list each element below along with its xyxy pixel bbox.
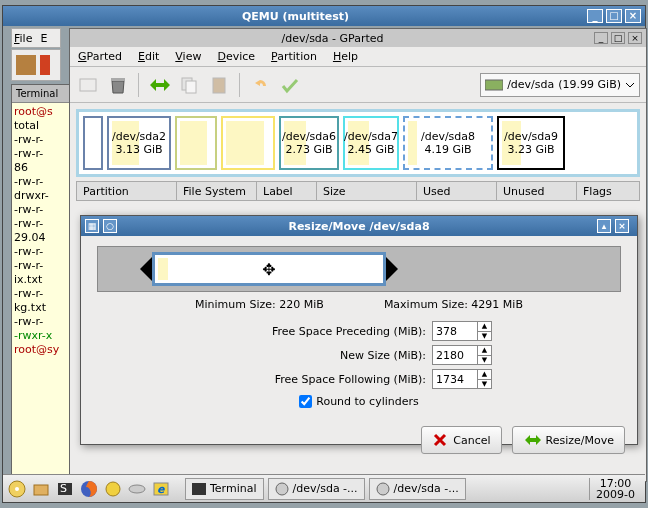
terminal-window: Terminal root@stotal -rw-r--rw-r-86-rw-r…	[11, 84, 71, 479]
col-fs[interactable]: File System	[177, 182, 257, 200]
resize-preview-bar[interactable]: ✥	[97, 246, 621, 292]
newsize-spinner[interactable]: ▲▼	[432, 345, 492, 365]
new-partition-button[interactable]	[76, 73, 100, 97]
cancel-button[interactable]: Cancel	[421, 426, 501, 454]
taskbar-item-label: /dev/sda -...	[394, 482, 459, 495]
col-partition[interactable]: Partition	[77, 182, 177, 200]
preceding-input[interactable]	[433, 322, 477, 340]
col-size[interactable]: Size	[317, 182, 417, 200]
tray-terminal-icon[interactable]: S	[55, 479, 75, 499]
following-up[interactable]: ▲	[478, 370, 491, 380]
menu-edit[interactable]: Edit	[134, 48, 163, 65]
partition-block[interactable]: /dev/sda62.73 GiB	[279, 116, 339, 170]
tray-disc-icon[interactable]	[7, 479, 27, 499]
qemu-window: QEMU (multitest) _ □ × File E Terminal r…	[2, 5, 646, 503]
taskbar-item-gparted-2[interactable]: /dev/sda -...	[369, 478, 466, 500]
taskbar-item-terminal[interactable]: Terminal	[185, 478, 264, 500]
qemu-minimize-button[interactable]: _	[587, 9, 603, 23]
menu-view[interactable]: View	[171, 48, 205, 65]
newsize-down[interactable]: ▼	[478, 356, 491, 365]
following-down[interactable]: ▼	[478, 380, 491, 389]
dialog-menu-button[interactable]: ▦	[85, 219, 99, 233]
gparted-close-button[interactable]: ×	[628, 32, 642, 44]
dialog-shade-button[interactable]: ○	[103, 219, 117, 233]
dialog-buttons: Cancel Resize/Move	[81, 418, 637, 462]
gparted-maximize-button[interactable]: □	[611, 32, 625, 44]
tray-folder-icon[interactable]	[31, 479, 51, 499]
round-label: Round to cylinders	[316, 395, 419, 408]
gparted-icon	[275, 482, 289, 496]
tray-disk-icon[interactable]	[127, 479, 147, 499]
preceding-spinner[interactable]: ▲▼	[432, 321, 492, 341]
tray-e-icon[interactable]: e	[151, 479, 171, 499]
qemu-maximize-button[interactable]: □	[606, 9, 622, 23]
taskbar-item-gparted-1[interactable]: /dev/sda -...	[268, 478, 365, 500]
svg-point-13	[129, 485, 145, 493]
svg-point-18	[377, 483, 389, 495]
qemu-close-button[interactable]: ×	[625, 9, 641, 23]
max-size-label: Maximum Size: 4291 MiB	[384, 298, 523, 311]
svg-rect-4	[213, 78, 225, 93]
svg-point-12	[106, 482, 120, 496]
svg-rect-5	[485, 80, 503, 90]
col-used[interactable]: Used	[417, 182, 497, 200]
apply-button[interactable]	[278, 73, 302, 97]
copy-button[interactable]	[177, 73, 201, 97]
newsize-input[interactable]	[433, 346, 477, 364]
paste-button[interactable]	[207, 73, 231, 97]
taskbar-clock[interactable]: 17:00 2009-0	[589, 478, 641, 500]
partition-block[interactable]	[221, 116, 275, 170]
undo-button[interactable]	[248, 73, 272, 97]
terminal-icon	[192, 482, 206, 496]
preceding-up[interactable]: ▲	[478, 322, 491, 332]
menu-partition[interactable]: Partition	[267, 48, 321, 65]
menu-edit-trunc[interactable]: E	[40, 32, 47, 45]
cancel-label: Cancel	[453, 434, 490, 447]
svg-point-7	[15, 487, 19, 491]
resize-handle-left[interactable]	[140, 257, 152, 281]
guest-desktop: File E Terminal root@stotal -rw-r--rw-r-…	[3, 26, 645, 502]
col-flags[interactable]: Flags	[577, 182, 639, 200]
gparted-toolbar: /dev/sda (19.99 GiB)	[70, 67, 646, 103]
dialog-max-button[interactable]: ▴	[597, 219, 611, 233]
partition-block[interactable]	[175, 116, 217, 170]
tray-firefox-icon[interactable]	[79, 479, 99, 499]
disk-icon	[485, 78, 503, 92]
col-unused[interactable]: Unused	[497, 182, 577, 200]
clock-time: 17:00	[596, 478, 635, 489]
resize-move-button[interactable]	[147, 73, 171, 97]
menu-device[interactable]: Device	[213, 48, 259, 65]
following-spinner[interactable]: ▲▼	[432, 369, 492, 389]
round-checkbox[interactable]	[299, 395, 312, 408]
toolbar-icon-1[interactable]	[16, 55, 36, 75]
partition-block[interactable]	[83, 116, 103, 170]
tray-gear-icon[interactable]	[103, 479, 123, 499]
resize-move-confirm-button[interactable]: Resize/Move	[512, 426, 625, 454]
col-label[interactable]: Label	[257, 182, 317, 200]
resize-partition-block[interactable]: ✥	[152, 252, 386, 286]
gparted-menubar: GParted Edit View Device Partition Help	[70, 47, 646, 67]
delete-button[interactable]	[106, 73, 130, 97]
partition-graph[interactable]: /dev/sda23.13 GiB/dev/sda62.73 GiB/dev/s…	[76, 109, 640, 177]
resize-dialog: ▦ ○ Resize/Move /dev/sda8 ▴ × ✥	[80, 215, 638, 445]
device-selector[interactable]: /dev/sda (19.99 GiB)	[480, 73, 640, 97]
partition-block[interactable]: /dev/sda72.45 GiB	[343, 116, 399, 170]
newsize-label: New Size (MiB):	[226, 349, 426, 362]
resize-handle-right[interactable]	[386, 257, 398, 281]
partition-block[interactable]: /dev/sda23.13 GiB	[107, 116, 171, 170]
terminal-body[interactable]: root@stotal -rw-r--rw-r-86-rw-r-drwxr--r…	[12, 103, 70, 478]
svg-rect-0	[80, 79, 96, 91]
following-input[interactable]	[433, 370, 477, 388]
menu-gparted[interactable]: GParted	[74, 48, 126, 65]
preceding-down[interactable]: ▼	[478, 332, 491, 341]
terminal-title: Terminal	[12, 85, 70, 103]
gparted-icon	[376, 482, 390, 496]
menu-file[interactable]: File	[14, 32, 32, 45]
toolbar-icon-2[interactable]	[40, 55, 50, 75]
dialog-close-button[interactable]: ×	[615, 219, 629, 233]
partition-block[interactable]: /dev/sda93.23 GiB	[497, 116, 565, 170]
menu-help[interactable]: Help	[329, 48, 362, 65]
newsize-up[interactable]: ▲	[478, 346, 491, 356]
partition-block[interactable]: /dev/sda84.19 GiB	[403, 116, 493, 170]
gparted-minimize-button[interactable]: _	[594, 32, 608, 44]
